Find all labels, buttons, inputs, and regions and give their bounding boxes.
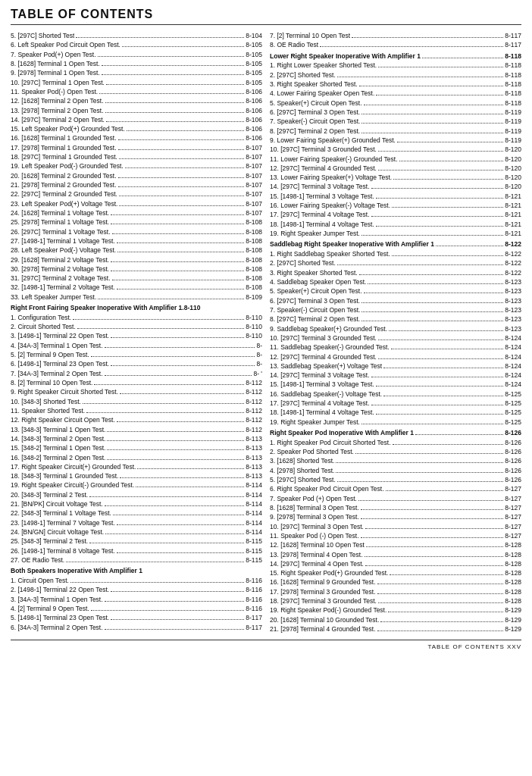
entry-text: 1. Right Speaker Pod Circuit Shorted Tes… <box>270 438 391 447</box>
entry-text: 11. Lower Fairing Speaker(-) Grounded Te… <box>270 155 398 164</box>
entry-text: Right Speaker Pod Inoperative With Ampli… <box>270 428 414 438</box>
dots <box>365 528 503 529</box>
entry-text: 3. [34A-3] Terminal 1 Open Test. <box>11 595 103 604</box>
toc-entry: 4. Lower Fairing Speaker Open Test.8-118 <box>270 89 521 98</box>
page-number: 8-118 <box>505 70 521 80</box>
page-number: 8-129 <box>505 605 521 615</box>
entry-text: 11. Speaker Pod (-) Open Test. <box>270 531 359 540</box>
entry-text: Saddlebag Right Speaker Inoperative With… <box>270 239 434 249</box>
toc-entry: 9. Saddlebag Speaker(+) Grounded Test.8-… <box>270 324 521 333</box>
toc-entry: 17. [297C] Terminal 4 Voltage Test.8-125 <box>270 399 521 408</box>
entry-text: 9. [2978] Terminal 1 Open Test. <box>11 68 100 77</box>
entry-text: 1. Right Saddlebag Speaker Shorted Test. <box>270 249 390 258</box>
entry-text: 5. Speaker(+) Circuit Open Test. <box>270 286 362 296</box>
dots <box>361 509 503 510</box>
toc-entry: 9. Lower Fairing Speaker(+) Grounded Tes… <box>270 136 521 145</box>
dots <box>371 377 504 377</box>
toc-entry: 8. [1628] Terminal 3 Open Test.8-127 <box>270 503 521 512</box>
entry-text: 10. [348-3] Shorted Test. <box>11 397 81 406</box>
toc-entry: 1. Circuit Open Test.8-116 <box>11 576 262 585</box>
page-number: 8-128 <box>505 577 521 587</box>
dots <box>86 412 244 413</box>
toc-entry: 24. [BN/GN] Circuit Voltage Test.8-114 <box>11 527 262 537</box>
page-number: 8-107 <box>246 171 262 180</box>
dots <box>106 84 244 85</box>
page-number: 8-107 <box>246 189 262 199</box>
toc-entry: 28. Left Speaker Pod(-) Voltage Test.8-1… <box>11 246 262 255</box>
entry-text: 23. Left Speaker Pod(+) Voltage Test. <box>11 199 117 208</box>
entry-text: 17. [297C] Terminal 4 Voltage Test. <box>270 210 370 219</box>
dots <box>361 537 504 538</box>
page-number: 8-120 <box>505 173 521 182</box>
entry-text: 29. [1628] Terminal 2 Voltage Test. <box>11 255 109 264</box>
page-number: 8-113 <box>246 434 262 443</box>
entry-text: 7. [2] Terminal 10 Open Test <box>270 31 350 40</box>
toc-entry: 14. [297C] Terminal 2 Open Test.8-106 <box>11 115 262 124</box>
page-number: 8-126 <box>505 447 521 456</box>
dots <box>364 105 504 105</box>
page-number: 8-126 <box>505 438 521 447</box>
toc-entry: 16. Lower Fairing Speaker(-) Voltage Tes… <box>270 201 521 210</box>
page-number: 8-108 <box>246 227 262 236</box>
page-number: 8-113 <box>246 443 262 452</box>
toc-entry: 21. [2978] Terminal 4 Grounded Test.8-12… <box>270 624 521 634</box>
entry-text: 30. [2978] Terminal 2 Voltage Test. <box>11 264 109 274</box>
page-number: 8-118 <box>505 61 521 70</box>
entry-text: 17. Right Speaker Circuit(+) Grounded Te… <box>11 462 136 471</box>
dots <box>378 602 503 603</box>
dots <box>111 214 244 215</box>
toc-entry: 8. OE Radio Test8-117 <box>270 40 521 49</box>
page-number: 8-108 <box>246 264 262 274</box>
entry-text: 24. [1628] Terminal 1 Voltage Test. <box>11 208 109 217</box>
toc-entry: 2. [297C] Shorted Test.8-122 <box>270 258 521 268</box>
toc-entry: 12. [1628] Terminal 2 Open Test.8-106 <box>11 96 262 105</box>
toc-entry: 12. [297C] Terminal 4 Grounded Test.8-12… <box>270 352 521 361</box>
page-number: 8-122 <box>505 249 521 258</box>
toc-entry: 20. [1628] Terminal 2 Grounded Test.8-10… <box>11 171 262 180</box>
page-number: 8-112 <box>246 387 262 396</box>
page-number: 8-125 <box>505 399 521 408</box>
toc-entry: 27. OE Radio Test.8-115 <box>11 555 262 565</box>
toc-entry: 10. [297C] Terminal 3 Open Test.8-127 <box>270 522 521 531</box>
dots <box>361 518 503 519</box>
page-number: 8-124 <box>505 333 521 343</box>
entry-text: 10. [297C] Terminal 1 Open Test. <box>11 78 105 87</box>
entry-text: 25. [348-3] Terminal 2 Test. <box>11 537 88 546</box>
section-header: Lower Right Speaker Inoperative With Amp… <box>270 52 521 61</box>
page-number: 8-110 <box>246 322 262 331</box>
entry-text: 5. [2] Terminal 9 Open Test. <box>11 350 89 359</box>
dots <box>117 421 244 422</box>
dots <box>388 612 503 612</box>
page-number: 8-114 <box>246 518 262 527</box>
toc-entry: 17. [2978] Terminal 3 Grounded Test.8-12… <box>270 587 521 596</box>
toc-entry: 6. Left Speaker Pod Circuit Open Test.8-… <box>11 40 262 49</box>
toc-entry: 25. [2978] Terminal 1 Voltage Test.8-108 <box>11 217 262 227</box>
dots <box>98 299 244 299</box>
page-number: 8-106 <box>246 87 262 96</box>
entry-text: 19. Left Speaker Pod(-) Grounded Test. <box>11 161 124 171</box>
dots <box>66 562 244 562</box>
page-number: 8-108 <box>246 255 262 264</box>
entry-text: 12. [297C] Terminal 4 Grounded Test. <box>270 352 377 361</box>
dots <box>337 77 503 77</box>
page-number: 8-112 <box>246 415 262 424</box>
page-number: 8-119 <box>505 127 521 136</box>
page-number: 8-129 <box>505 624 521 634</box>
entry-text: 19. Right Speaker Jumper Test. <box>270 229 360 238</box>
entry-text: 3. Right Speaker Shorted Test. <box>270 80 358 89</box>
entry-text: 8. [297C] Terminal 2 Open Test. <box>270 127 360 136</box>
dots <box>378 151 503 152</box>
toc-entry: 19. Right Speaker Pod(-) Grounded Test.8… <box>270 605 521 615</box>
entry-text: 18. [297C] Terminal 1 Grounded Test. <box>11 152 117 161</box>
toc-entry: 3. [34A-3] Terminal 1 Open Test.8-116 <box>11 595 262 604</box>
toc-entry: 15. [348-2] Terminal 1 Open Test.8-113 <box>11 443 262 452</box>
entry-text: 16. [1628] Terminal 1 Grounded Test. <box>11 133 117 142</box>
page-number: 8-106 <box>246 96 262 105</box>
entry-text: 7. Speaker Pod(+) Open Test. <box>11 50 96 59</box>
toc-entry: 27. [1498-1] Terminal 1 Voltage Test.8-1… <box>11 236 262 246</box>
entry-text: 7. Speaker Pod (+) Open Test. <box>270 494 357 503</box>
page-number: 8-123 <box>505 296 521 305</box>
dots <box>105 112 245 113</box>
toc-entry: 7. Speaker Pod(+) Open Test.8-105 <box>11 50 262 59</box>
toc-entry: 3. [1628] Shorted Test.8-126 <box>270 456 521 465</box>
